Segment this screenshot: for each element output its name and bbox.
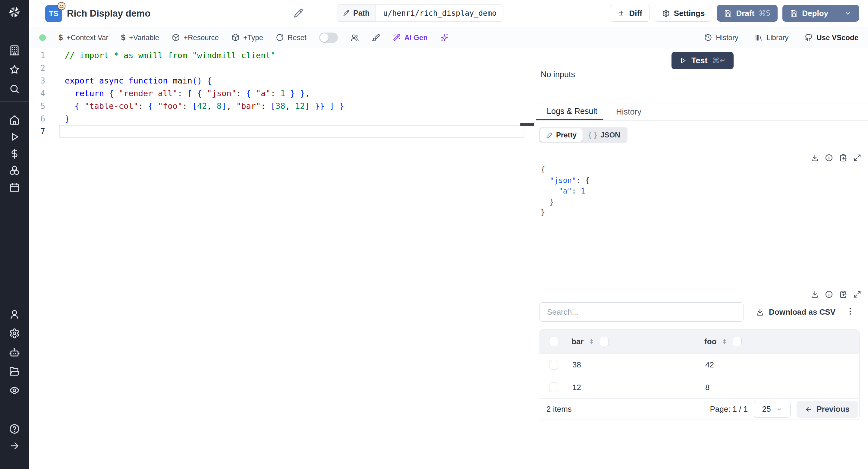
sidebar-item-arrow-right[interactable] bbox=[0, 437, 29, 455]
pretty-view-button[interactable]: Pretty bbox=[540, 128, 583, 142]
add-resource-button[interactable]: +Resource bbox=[172, 33, 219, 42]
bot-icon bbox=[9, 347, 20, 358]
use-vscode-label: Use VScode bbox=[816, 33, 858, 42]
sidebar-item-calendar[interactable] bbox=[0, 179, 29, 196]
history-icon bbox=[704, 33, 712, 41]
code-line[interactable] bbox=[59, 125, 524, 138]
header-actions: Diff Settings Draft ⌘S Deploy bbox=[610, 5, 859, 22]
table-cell: 38 bbox=[568, 353, 701, 376]
select-all-checkbox[interactable] bbox=[549, 337, 558, 346]
diff-button[interactable]: Diff bbox=[610, 5, 650, 22]
calendar-icon bbox=[9, 182, 20, 193]
windmill-logo-icon bbox=[7, 5, 22, 19]
sidebar-item-folder-open[interactable] bbox=[0, 363, 29, 380]
row-checkbox[interactable] bbox=[549, 382, 558, 392]
collaborators-button[interactable] bbox=[350, 33, 359, 42]
code-lines[interactable]: // import * as wmill from "windmill-clie… bbox=[59, 49, 524, 138]
previous-page-button[interactable]: Previous bbox=[797, 401, 858, 418]
reset-button[interactable]: Reset bbox=[276, 33, 307, 42]
row-checkbox[interactable] bbox=[549, 360, 558, 370]
download-icon[interactable] bbox=[811, 290, 819, 299]
add-type-label: +Type bbox=[243, 33, 263, 42]
path-control[interactable]: Path u/henri/rich_display_demo bbox=[337, 4, 504, 22]
test-button[interactable]: Test ⌘↵ bbox=[672, 52, 734, 69]
tab-logs-and-result[interactable]: Logs & Result bbox=[536, 103, 603, 120]
column-checkbox[interactable] bbox=[600, 337, 609, 346]
column-header-bar: bar bbox=[568, 337, 701, 346]
sidebar-item-building[interactable] bbox=[0, 41, 29, 59]
page-size-select[interactable]: 25 bbox=[754, 401, 790, 418]
edit-title-button[interactable] bbox=[293, 8, 304, 19]
dollar-icon bbox=[9, 148, 20, 159]
content-row: 1234567 // import * as wmill from "windm… bbox=[29, 48, 868, 469]
json-line: { bbox=[541, 164, 590, 175]
code-line[interactable]: { "table-col": { "foo": [42, 8], "bar": … bbox=[59, 100, 524, 113]
deploy-button[interactable]: Deploy bbox=[782, 5, 836, 22]
copy-icon[interactable] bbox=[839, 154, 847, 162]
windmill-logo[interactable] bbox=[0, 4, 29, 21]
expand-icon[interactable] bbox=[853, 154, 861, 162]
sparkles-icon bbox=[440, 33, 449, 42]
sidebar-item-help[interactable] bbox=[0, 420, 29, 438]
column-checkbox[interactable] bbox=[733, 337, 742, 346]
sidebar-item-home[interactable] bbox=[0, 111, 29, 129]
sidebar-item-boxes[interactable] bbox=[0, 162, 29, 179]
sidebar-item-star[interactable] bbox=[0, 61, 29, 79]
tab-history[interactable]: History bbox=[603, 103, 654, 120]
draft-button[interactable]: Draft ⌘S bbox=[717, 5, 778, 22]
sidebar-item-eye[interactable] bbox=[0, 382, 29, 399]
code-line[interactable]: return { "render_all": [ { "json": { "a"… bbox=[59, 87, 524, 100]
editor-toolbar: $ +Context Var $ +Variable +Resource +Ty… bbox=[29, 27, 868, 48]
splitter-drag-handle[interactable] bbox=[520, 123, 534, 126]
status-dot bbox=[39, 34, 46, 41]
panel-splitter[interactable] bbox=[533, 48, 536, 469]
sidebar-item-settings[interactable] bbox=[0, 324, 29, 342]
sort-icon[interactable] bbox=[588, 338, 595, 345]
sidebar-item-user[interactable] bbox=[0, 306, 29, 323]
arrow-right-icon bbox=[9, 440, 20, 451]
library-label: Library bbox=[767, 33, 788, 42]
library-button[interactable]: Library bbox=[755, 33, 788, 42]
multiplayer-toggle[interactable] bbox=[319, 33, 338, 43]
history-button[interactable]: History bbox=[704, 33, 738, 42]
table-result-actions bbox=[811, 290, 861, 299]
line-number: 5 bbox=[29, 100, 45, 113]
settings-button[interactable]: Settings bbox=[655, 5, 712, 22]
info-icon[interactable] bbox=[825, 290, 833, 299]
code-editor[interactable]: 1234567 // import * as wmill from "windm… bbox=[29, 48, 533, 469]
line-number: 6 bbox=[29, 113, 45, 125]
sidebar-item-dollar[interactable] bbox=[0, 145, 29, 162]
code-line[interactable]: } bbox=[59, 113, 524, 125]
expand-icon[interactable] bbox=[853, 290, 861, 299]
format-button[interactable] bbox=[372, 33, 380, 42]
ai-sparkles-button[interactable] bbox=[440, 33, 449, 42]
download-icon[interactable] bbox=[811, 154, 819, 162]
ai-gen-button[interactable]: AI Gen bbox=[393, 33, 428, 42]
code-line[interactable]: // import * as wmill from "windmill-clie… bbox=[59, 49, 524, 62]
search-input[interactable] bbox=[539, 302, 744, 322]
sidebar-item-bot[interactable] bbox=[0, 344, 29, 361]
info-icon[interactable] bbox=[825, 154, 833, 162]
sidebar-item-play[interactable] bbox=[0, 128, 29, 146]
add-variable-button[interactable]: $ +Variable bbox=[121, 33, 159, 42]
sidebar-item-search[interactable] bbox=[0, 80, 29, 98]
eye-icon bbox=[9, 385, 20, 396]
code-line[interactable] bbox=[59, 62, 524, 74]
run-panel: Test ⌘↵ No inputs Logs & Result History … bbox=[536, 48, 868, 469]
home-icon bbox=[9, 115, 20, 125]
add-type-button[interactable]: +Type bbox=[231, 33, 263, 42]
add-context-var-button[interactable]: $ +Context Var bbox=[59, 33, 108, 42]
toolbar-right: History Library Use VScode bbox=[704, 33, 858, 42]
table-menu-button[interactable] bbox=[846, 307, 856, 317]
copy-icon[interactable] bbox=[839, 290, 847, 299]
items-count: 2 items bbox=[547, 405, 572, 414]
help-icon bbox=[9, 424, 20, 434]
download-csv-button[interactable]: Download as CSV bbox=[756, 307, 835, 317]
diff-label: Diff bbox=[629, 9, 642, 18]
code-line[interactable]: export async function main() { bbox=[59, 74, 524, 87]
sort-icon[interactable] bbox=[721, 338, 728, 345]
use-vscode-button[interactable]: Use VScode bbox=[805, 33, 858, 42]
deploy-dropdown-button[interactable] bbox=[836, 5, 859, 22]
json-view-button[interactable]: { } JSON bbox=[583, 128, 626, 142]
reset-label: Reset bbox=[287, 33, 307, 42]
